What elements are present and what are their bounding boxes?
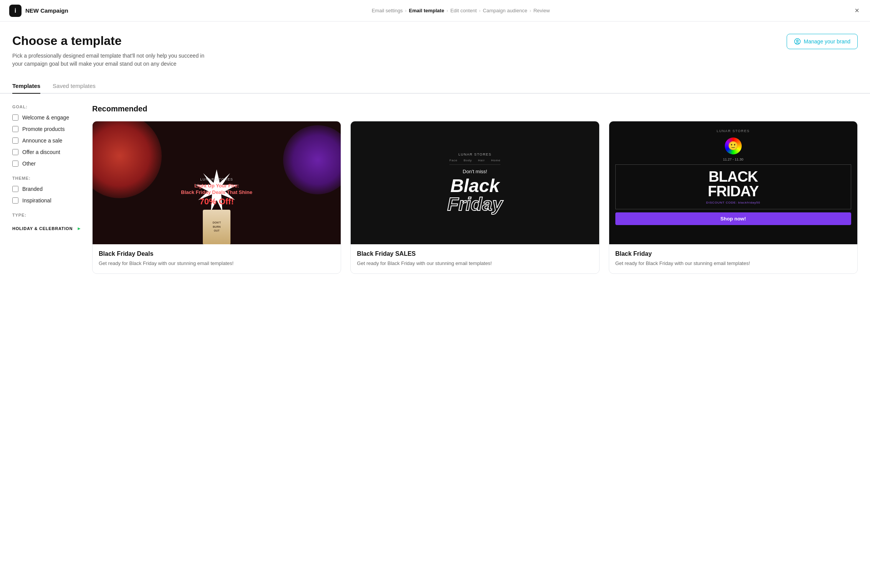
thumb2-nav: Face Body Hair Home	[449, 159, 500, 165]
holographic-circle: 🙂	[725, 137, 742, 154]
template-card-3[interactable]: LUNAR STORES 🙂 11.27 - 11.30 BLACKFRIDAY…	[609, 121, 858, 274]
label-welcome-engage: Welcome & engage	[22, 114, 69, 121]
template-name-3: Black Friday	[615, 250, 851, 257]
section-title-recommended: Recommended	[92, 104, 858, 113]
manage-brand-button[interactable]: Manage your brand	[787, 34, 858, 49]
checkbox-other[interactable]	[12, 161, 18, 167]
thumb2-store: LUNAR STORES	[458, 152, 491, 156]
template-card-1[interactable]: LUNAR STORES Light Up Your Fire:Black Fr…	[92, 121, 341, 274]
goal-label: GOAL:	[12, 104, 81, 109]
thumb1-headline: Light Up Your Fire:Black Friday Deals Th…	[181, 183, 252, 196]
page-title: Choose a template	[12, 34, 204, 48]
purple-blob	[283, 125, 341, 194]
breadcrumb-review[interactable]: Review	[534, 8, 550, 13]
candle-text: DON'TBURNOUT	[212, 221, 221, 233]
expand-arrow-icon: ►	[77, 226, 81, 231]
type-holiday-label: HOLIDAY & CELEBRATION	[12, 226, 73, 231]
breadcrumb-email-template[interactable]: Email template	[409, 8, 444, 13]
template-info-3: Black Friday Get ready for Black Friday …	[609, 244, 857, 273]
page-header-text: Choose a template Pick a professionally …	[12, 34, 204, 68]
template-thumbnail-2: LUNAR STORES Face Body Hair Home Don't m…	[351, 121, 599, 244]
filter-welcome-engage[interactable]: Welcome & engage	[12, 114, 81, 121]
label-other: Other	[22, 161, 36, 167]
label-branded: Branded	[22, 186, 43, 192]
nav-left: i NEW Campaign	[9, 5, 68, 17]
smiley-icon: 🙂	[728, 141, 738, 151]
breadcrumb-email-settings[interactable]: Email settings	[372, 8, 403, 13]
sidebar: GOAL: Welcome & engage Promote products …	[0, 94, 92, 286]
palette-icon	[794, 38, 801, 45]
nav-face: Face	[449, 159, 457, 162]
breadcrumb-sep-2: ›	[446, 8, 448, 13]
template-name-2: Black Friday SALES	[357, 250, 593, 257]
campaign-title: NEW Campaign	[25, 7, 68, 14]
close-button[interactable]: ×	[853, 5, 861, 17]
breadcrumb-campaign-audience[interactable]: Campaign audience	[483, 8, 527, 13]
template-name-1: Black Friday Deals	[99, 250, 335, 257]
breadcrumb-edit-content[interactable]: Edit content	[450, 8, 477, 13]
filter-announce-sale[interactable]: Announce a sale	[12, 137, 81, 144]
page-subtitle: Pick a professionally designed email tem…	[12, 52, 204, 68]
type-section: TYPE: HOLIDAY & CELEBRATION ►	[12, 213, 81, 234]
filter-inspirational[interactable]: Inspirational	[12, 197, 81, 204]
checkbox-offer-discount[interactable]	[12, 149, 18, 155]
label-offer-discount: Offer a discount	[22, 149, 60, 155]
tab-templates[interactable]: Templates	[12, 79, 40, 94]
manage-brand-label: Manage your brand	[804, 38, 850, 45]
thumb3-store: LUNAR STORES	[717, 129, 750, 133]
template-card-2[interactable]: LUNAR STORES Face Body Hair Home Don't m…	[350, 121, 599, 274]
template-desc-2: Get ready for Black Friday with our stun…	[357, 260, 593, 267]
top-nav: i NEW Campaign Email settings › Email te…	[0, 0, 870, 22]
template-desc-1: Get ready for Black Friday with our stun…	[99, 260, 335, 267]
templates-grid: LUNAR STORES Light Up Your Fire:Black Fr…	[92, 121, 858, 274]
breadcrumb-sep-4: ›	[530, 8, 531, 13]
template-desc-3: Get ready for Black Friday with our stun…	[615, 260, 851, 267]
checkbox-inspirational[interactable]	[12, 197, 18, 204]
thumb1-percent: 70% Off!	[181, 197, 252, 207]
label-announce-sale: Announce a sale	[22, 137, 62, 144]
breadcrumb-sep-3: ›	[479, 8, 481, 13]
thumb2-bf-container: Black Friday	[447, 177, 502, 214]
red-blob	[93, 121, 162, 198]
nav-body: Body	[464, 159, 472, 162]
app-icon: i	[9, 5, 22, 17]
nav-home: Home	[491, 159, 500, 162]
thumb3-box: BLACKFRIDAY DISCOUNT CODE: blackfriday50	[615, 164, 851, 209]
nav-hair: Hair	[478, 159, 485, 162]
checkbox-announce-sale[interactable]	[12, 137, 18, 144]
template-info-2: Black Friday SALES Get ready for Black F…	[351, 244, 599, 273]
label-promote-products: Promote products	[22, 126, 65, 132]
label-inspirational: Inspirational	[22, 197, 51, 204]
template-thumbnail-3: LUNAR STORES 🙂 11.27 - 11.30 BLACKFRIDAY…	[609, 121, 857, 244]
type-holiday-celebration[interactable]: HOLIDAY & CELEBRATION ►	[12, 223, 81, 234]
thumb1-store: LUNAR STORES	[181, 177, 252, 181]
filter-promote-products[interactable]: Promote products	[12, 126, 81, 132]
page-header: Choose a template Pick a professionally …	[0, 22, 870, 68]
thumb3-discount: DISCOUNT CODE: blackfriday50	[619, 201, 848, 204]
filter-other[interactable]: Other	[12, 161, 81, 167]
tabs-bar: Templates Saved templates	[0, 79, 870, 94]
tab-saved-templates[interactable]: Saved templates	[53, 79, 96, 94]
breadcrumb-sep-1: ›	[405, 8, 407, 13]
main-layout: GOAL: Welcome & engage Promote products …	[0, 94, 870, 286]
checkbox-branded[interactable]	[12, 186, 18, 192]
content-area: Recommended LUNAR STORES Light Up Your F…	[92, 94, 870, 286]
filter-offer-discount[interactable]: Offer a discount	[12, 149, 81, 155]
thumb2-black: Black	[450, 177, 499, 195]
filter-branded[interactable]: Branded	[12, 186, 81, 192]
svg-point-1	[796, 40, 798, 42]
template-thumbnail-1: LUNAR STORES Light Up Your Fire:Black Fr…	[93, 121, 341, 244]
theme-label: THEME:	[12, 176, 81, 181]
checkbox-promote-products[interactable]	[12, 126, 18, 132]
thumb2-friday: Friday	[447, 195, 502, 214]
template-info-1: Black Friday Deals Get ready for Black F…	[93, 244, 341, 273]
shop-now-button[interactable]: Shop now!	[615, 212, 851, 225]
checkbox-welcome-engage[interactable]	[12, 114, 18, 121]
candle-image: DON'TBURNOUT	[203, 210, 230, 244]
thumb2-dont-miss: Don't miss!	[463, 169, 487, 174]
type-label: TYPE:	[12, 213, 81, 217]
thumb3-bf: BLACKFRIDAY	[619, 169, 848, 199]
thumb3-dates: 11.27 - 11.30	[723, 157, 743, 161]
breadcrumb: Email settings › Email template › Edit c…	[372, 8, 550, 13]
